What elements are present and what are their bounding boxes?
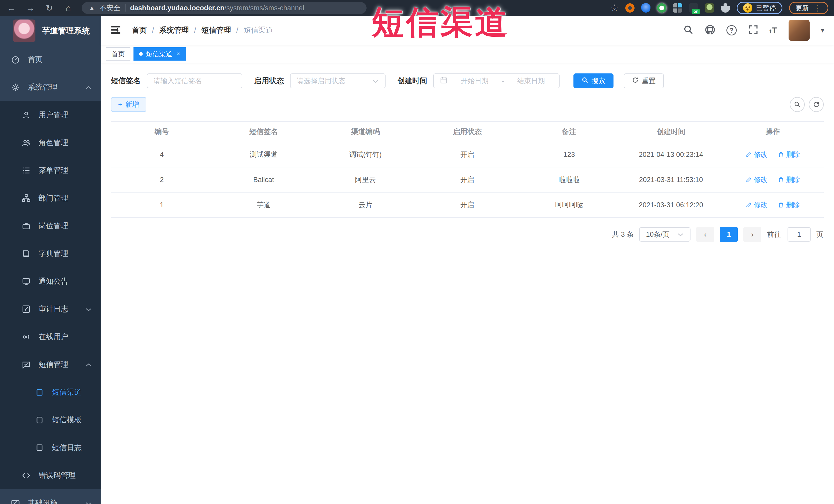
dashboard-icon <box>11 55 20 64</box>
toolbar-right <box>790 97 824 112</box>
page-content: 短信签名 启用状态 请选择启用状态 创建时间 开始日期 - 结束日期 <box>101 63 834 504</box>
current-page-button[interactable]: 1 <box>720 227 738 242</box>
avatar[interactable] <box>789 20 810 41</box>
sidebar-item-dictionary[interactable]: 字典管理 <box>0 240 101 267</box>
sidebar-item-roles[interactable]: 角色管理 <box>0 129 101 157</box>
extension-monkey-icon[interactable] <box>705 3 714 13</box>
app-logo-row[interactable]: 芋道管理系统 <box>0 16 101 46</box>
goto-page-input[interactable] <box>788 227 811 242</box>
monitor-icon <box>11 499 20 504</box>
table-row: 4 测试渠道 调试(钉钉) 开启 123 2021-04-13 00:23:14… <box>111 142 824 167</box>
delete-link[interactable]: 删除 <box>778 200 800 210</box>
delete-link[interactable]: 删除 <box>778 175 800 184</box>
font-size-icon[interactable]: tT <box>770 25 777 36</box>
extension-grid-icon[interactable] <box>673 3 682 13</box>
pagination: 共 3 条 10条/页 ‹ 1 › 前往 页 <box>111 227 824 242</box>
chevron-down-icon <box>372 77 379 85</box>
sidebar-item-system[interactable]: 系统管理 <box>0 73 101 101</box>
end-date-placeholder[interactable]: 结束日期 <box>509 76 553 86</box>
caret-down-icon[interactable]: ▾ <box>821 26 824 35</box>
table-header-row: 编号 短信签名 渠道编码 启用状态 备注 创建时间 操作 <box>111 122 824 142</box>
app-logo <box>13 20 36 42</box>
sidebar-menu: 首页 系统管理 用户管理 角色管理 菜单管理 <box>0 46 101 504</box>
address-bar[interactable]: ▲ 不安全 dashboard.yudao.iocoder.cn/system/… <box>82 2 367 14</box>
toggle-search-button[interactable] <box>790 97 805 112</box>
github-icon[interactable] <box>705 25 715 36</box>
help-icon[interactable]: ? <box>726 25 737 36</box>
refresh-table-button[interactable] <box>809 97 824 112</box>
search-button[interactable]: 搜索 <box>573 73 614 88</box>
col-status: 启用状态 <box>416 122 518 142</box>
sidebar-item-sms-template[interactable]: 短信模板 <box>0 406 101 434</box>
sidebar-item-departments[interactable]: 部门管理 <box>0 184 101 212</box>
refresh-icon <box>632 77 639 85</box>
tab-home[interactable]: 首页 <box>106 47 130 61</box>
reset-button[interactable]: 重置 <box>624 73 664 88</box>
goto-label: 前往 <box>767 231 781 238</box>
back-icon[interactable]: ← <box>6 4 17 12</box>
extension-on-badge-icon[interactable] <box>689 3 698 13</box>
home-icon[interactable]: ⌂ <box>63 4 74 12</box>
col-signature: 短信签名 <box>213 122 315 142</box>
dictionary-book-icon <box>22 249 31 258</box>
sidebar-item-error-codes[interactable]: 错误码管理 <box>0 462 101 489</box>
prev-page-button[interactable]: ‹ <box>696 227 714 242</box>
edit-link[interactable]: 修改 <box>746 200 768 210</box>
delete-link[interactable]: 删除 <box>778 150 800 159</box>
reload-icon[interactable]: ↻ <box>44 4 55 12</box>
sidebar-collapse-icon[interactable] <box>110 25 121 36</box>
active-dot-icon <box>139 52 143 56</box>
sidebar-item-sms-log[interactable]: 短信日志 <box>0 434 101 462</box>
date-range-picker[interactable]: 开始日期 - 结束日期 <box>433 73 559 88</box>
url-host: dashboard.yudao.iocoder.cn <box>130 4 225 12</box>
sidebar-item-posts[interactable]: 岗位管理 <box>0 212 101 240</box>
sidebar-item-audit-log[interactable]: 审计日志 <box>0 295 101 323</box>
status-select[interactable]: 请选择启用状态 <box>290 73 386 88</box>
tab-sms-channel[interactable]: 短信渠道 × <box>133 47 186 61</box>
total-count: 共 3 条 <box>612 230 634 239</box>
next-page-button[interactable]: › <box>743 227 761 242</box>
sidebar-item-menus[interactable]: 菜单管理 <box>0 157 101 184</box>
start-date-placeholder[interactable]: 开始日期 <box>453 76 497 86</box>
breadcrumb-system[interactable]: 系统管理 <box>159 25 189 36</box>
extension-orange-icon[interactable] <box>625 3 635 13</box>
edit-link[interactable]: 修改 <box>746 175 768 184</box>
filter-form: 短信签名 启用状态 请选择启用状态 创建时间 开始日期 - 结束日期 <box>111 73 824 88</box>
signature-input[interactable] <box>154 77 236 85</box>
extension-green-icon[interactable] <box>657 3 666 13</box>
app-title: 芋道管理系统 <box>42 25 90 36</box>
sidebar-item-sms-channel[interactable]: 短信渠道 <box>0 378 101 406</box>
col-created: 创建时间 <box>620 122 722 142</box>
sidebar-item-sms[interactable]: 短信管理 <box>0 351 101 378</box>
add-button[interactable]: + 新增 <box>111 97 146 112</box>
breadcrumb-home[interactable]: 首页 <box>132 25 147 36</box>
edit-link[interactable]: 修改 <box>746 150 768 159</box>
announcement-icon <box>22 277 31 286</box>
chevron-down-icon <box>677 231 684 239</box>
sidebar-item-home[interactable]: 首页 <box>0 46 101 73</box>
header-search-icon[interactable] <box>683 25 694 36</box>
bookmark-star-icon[interactable]: ☆ <box>610 3 619 13</box>
status-label: 启用状态 <box>254 76 284 86</box>
extensions-puzzle-icon[interactable] <box>721 3 730 13</box>
table-row: 2 Ballcat 阿里云 开启 啦啦啦 2021-03-31 11:53:10… <box>111 167 824 192</box>
extension-blue-icon[interactable] <box>641 3 651 13</box>
sidebar-item-infrastructure[interactable]: 基础设施 <box>0 489 101 504</box>
sidebar-item-users[interactable]: 用户管理 <box>0 101 101 129</box>
forward-icon[interactable]: → <box>25 4 36 12</box>
calendar-icon <box>440 76 448 86</box>
sms-channel-table: 编号 短信签名 渠道编码 启用状态 备注 创建时间 操作 <box>111 121 824 218</box>
col-id: 编号 <box>111 122 213 142</box>
sms-message-icon <box>22 360 31 369</box>
close-icon[interactable]: × <box>177 50 180 58</box>
fullscreen-icon[interactable] <box>748 25 758 36</box>
profile-paused-pill[interactable]: 已暂停 <box>737 2 783 14</box>
breadcrumb-sms[interactable]: 短信管理 <box>201 25 231 36</box>
sidebar-item-online-users[interactable]: 在线用户 <box>0 323 101 351</box>
sidebar-item-announcements[interactable]: 通知公告 <box>0 267 101 295</box>
page-size-select[interactable]: 10条/页 <box>639 227 690 242</box>
audit-log-icon <box>22 305 31 314</box>
kebab-menu-icon[interactable]: ⋮ <box>814 4 822 13</box>
browser-update-pill[interactable]: 更新 ⋮ <box>789 2 828 14</box>
range-separator: - <box>502 77 504 85</box>
